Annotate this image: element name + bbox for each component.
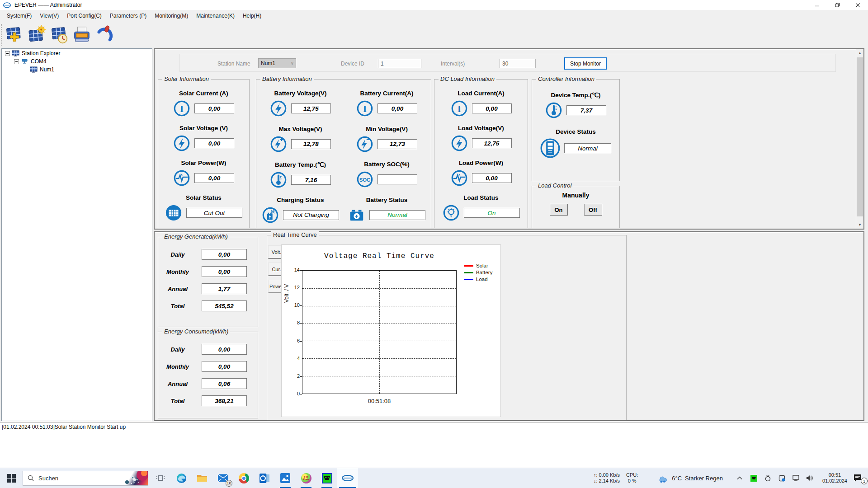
add-station-button[interactable] xyxy=(3,23,25,46)
solar-voltage-value: 0,00 xyxy=(194,138,234,148)
tree-label-root[interactable]: Station Explorer xyxy=(22,50,60,56)
search-highlight-art[interactable] xyxy=(122,471,148,485)
load-status-value: On xyxy=(464,208,520,218)
interval-field[interactable]: 30 xyxy=(500,59,536,68)
tree-label-port[interactable]: COM4 xyxy=(31,58,47,65)
taskbar-app-file-explorer[interactable] xyxy=(192,468,212,488)
solar-current-label: Solar Current (A) xyxy=(179,90,228,97)
current-icon: I xyxy=(451,100,468,117)
notification-center-button[interactable]: 1 xyxy=(853,473,864,483)
battery-information-group: Battery Information Battery Voltage(V) 1… xyxy=(256,79,431,228)
title-bar: EPEVER —— Administrator xyxy=(0,0,868,10)
weather-desc: Starker Regen xyxy=(685,475,723,482)
device-id-value: 1 xyxy=(381,61,384,67)
tray-app-icon[interactable] xyxy=(764,474,772,482)
max-voltage-icon xyxy=(270,136,287,153)
interval-value: 30 xyxy=(502,61,508,67)
device-icon xyxy=(30,66,38,73)
tray-clock[interactable]: 00:51 01.02.2024 xyxy=(822,472,847,484)
menu-port-config[interactable]: Port Config(C) xyxy=(63,10,106,22)
tree-node-num1[interactable]: Num1 xyxy=(2,66,152,73)
econ-annual-value: 0,06 xyxy=(202,378,247,389)
taskbar-app-photos[interactable] xyxy=(275,468,296,488)
legend-item-battery: Battery xyxy=(464,270,492,275)
restore-button[interactable] xyxy=(827,0,848,10)
device-id-field[interactable]: 1 xyxy=(378,59,421,68)
menu-maintenance[interactable]: Maintenance(K) xyxy=(192,10,239,22)
clock-date: 01.02.2024 xyxy=(822,478,847,484)
start-button[interactable] xyxy=(0,468,23,488)
load-voltage-value: 12,75 xyxy=(472,138,512,148)
load-off-button[interactable]: Off xyxy=(584,204,602,216)
cpu-meter: CPU: 0 % xyxy=(626,472,638,484)
vertical-scrollbar[interactable]: ▲ ▼ xyxy=(856,49,863,229)
egen-daily-value: 0,00 xyxy=(202,249,247,260)
power-icon xyxy=(94,25,114,45)
log-panel: [01.02.2024 00:51:03]Solar Station Monit… xyxy=(0,422,868,468)
voltage-icon xyxy=(451,135,468,152)
battery-temp-value: 7,16 xyxy=(291,175,331,185)
scrollbar-thumb[interactable] xyxy=(857,57,863,216)
taskbar-app-edge[interactable] xyxy=(171,468,192,488)
print-button[interactable] xyxy=(71,23,93,46)
menu-system[interactable]: System(F) xyxy=(3,10,36,22)
scroll-up-icon[interactable]: ▲ xyxy=(856,49,863,57)
group-title: Battery Information xyxy=(260,75,314,82)
close-button[interactable] xyxy=(848,0,868,10)
tree-node-com4[interactable]: COM4 xyxy=(2,58,152,65)
svg-text:I: I xyxy=(180,103,184,114)
collapse-box-icon[interactable] xyxy=(14,59,19,64)
menu-view[interactable]: View(V) xyxy=(36,10,63,22)
taskbar-app-epever-active[interactable] xyxy=(337,468,358,488)
min-voltage-icon xyxy=(356,136,373,153)
tree-label-device[interactable]: Num1 xyxy=(40,66,54,73)
menu-parameters[interactable]: Parameters (P) xyxy=(106,10,151,22)
task-view-button[interactable] xyxy=(150,468,171,488)
svg-text:I: I xyxy=(457,103,461,114)
menu-help[interactable]: Help(H) xyxy=(239,10,265,22)
tray-volume-icon[interactable] xyxy=(806,474,814,482)
taskbar-search[interactable]: Suchen xyxy=(23,471,148,486)
battery-icon xyxy=(348,206,365,224)
stop-monitor-button[interactable]: Stop Monitor xyxy=(564,57,607,70)
solar-panel-icon xyxy=(165,204,182,221)
taskbar-app-fixfoto[interactable]: FixFoto xyxy=(296,468,316,488)
station-name-select[interactable]: Num1 ∨ xyxy=(258,58,296,68)
tray-chevron-up-icon[interactable] xyxy=(736,474,744,482)
tray-network-icon[interactable] xyxy=(792,474,800,482)
network-speed: ↑: 0.00 Kb/s ↓: 2.14 Kb/s xyxy=(594,472,620,484)
y-axis-ticks: 02468101214 xyxy=(286,270,300,394)
collapse-box-icon[interactable] xyxy=(5,51,10,56)
log-entry: [01.02.2024 00:51:03]Solar Station Monit… xyxy=(0,422,868,430)
thermometer-icon xyxy=(545,102,562,119)
tree-node-station-explorer[interactable]: Station Explorer xyxy=(2,50,152,57)
load-on-button[interactable]: On xyxy=(550,204,568,216)
solar-voltage-label: Solar Voltage (V) xyxy=(179,125,228,131)
windows-logo-icon xyxy=(7,474,16,483)
exit-button[interactable] xyxy=(93,23,116,46)
controller-information-group: Controller Information Device Temp.(℃) 7… xyxy=(532,79,620,181)
voltage-icon xyxy=(173,135,190,152)
realtime-monitor-button[interactable] xyxy=(25,23,48,46)
minimize-button[interactable] xyxy=(807,0,827,10)
scroll-down-icon[interactable]: ▼ xyxy=(856,221,863,229)
taskbar-app-chrome[interactable] xyxy=(233,468,254,488)
tray-serial-monitor-icon[interactable] xyxy=(750,474,758,482)
history-record-button[interactable] xyxy=(48,23,71,46)
tray-sync-icon[interactable] xyxy=(778,474,786,482)
menu-monitoring[interactable]: Monitoring(M) xyxy=(151,10,192,22)
taskbar-app-serial-monitor[interactable] xyxy=(316,468,337,488)
solar-status-value: Cut Out xyxy=(186,208,242,218)
solar-panel-clock-icon xyxy=(49,25,69,45)
taskbar-app-outlook[interactable] xyxy=(254,468,275,488)
taskbar-app-mail[interactable]: 18 xyxy=(212,468,233,488)
econ-annual-label: Annual xyxy=(158,380,197,387)
load-voltage-label: Load Voltage(V) xyxy=(458,125,504,131)
charging-status-label: Charging Status xyxy=(277,197,324,203)
svg-text:I: I xyxy=(363,103,367,114)
windows-taskbar: Suchen 18 xyxy=(0,468,868,488)
weather-widget[interactable]: 6°C Starker Regen xyxy=(657,474,723,483)
min-voltage-value: 12,73 xyxy=(377,139,417,149)
charging-battery-icon xyxy=(262,206,279,224)
monitor-panel: Station Name Num1 ∨ Device ID 1 Interval… xyxy=(154,48,864,230)
